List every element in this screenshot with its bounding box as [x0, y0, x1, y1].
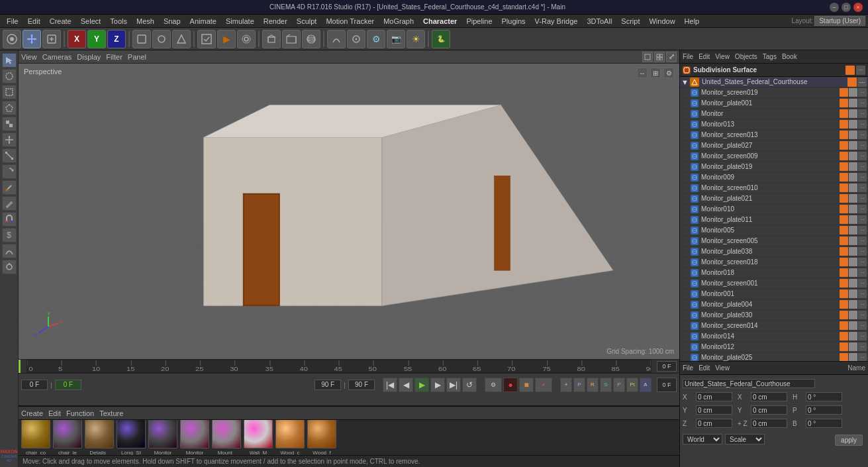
- menu-script[interactable]: Script: [617, 16, 644, 26]
- obj-vis-btn[interactable]: [840, 247, 848, 256]
- vp-layout-4[interactable]: [654, 52, 665, 62]
- mat-menu-texture[interactable]: Texture: [99, 409, 123, 417]
- tool-python[interactable]: 🐍: [432, 30, 450, 48]
- attr-tab-view[interactable]: View: [715, 364, 730, 372]
- current-frame-input[interactable]: [55, 380, 81, 390]
- obj-vis-btn[interactable]: [840, 300, 848, 309]
- object-list-item[interactable]: Monitor_plate021 ···: [680, 193, 868, 204]
- object-list-item[interactable]: Monitor ···: [680, 109, 868, 119]
- close-button[interactable]: ×: [853, 3, 863, 12]
- menu-snap[interactable]: Snap: [160, 16, 185, 26]
- object-list-item[interactable]: Monitor005 ···: [680, 225, 868, 236]
- obj-vis-btn[interactable]: [840, 342, 848, 351]
- menu-edit[interactable]: Edit: [24, 16, 44, 26]
- menu-3dtoall[interactable]: 3DToAll: [583, 16, 616, 26]
- tool-btn-scale[interactable]: [2, 148, 17, 163]
- obj-vis-btn[interactable]: [840, 268, 848, 277]
- apply-button[interactable]: apply: [835, 435, 863, 446]
- object-list-item[interactable]: Monitor_plate025 ···: [680, 352, 868, 361]
- menu-select[interactable]: Select: [77, 16, 105, 26]
- obj-dots-btn[interactable]: ···: [858, 353, 867, 361]
- obj-grey-btn[interactable]: [849, 332, 857, 340]
- obj-grey-btn[interactable]: [849, 279, 857, 287]
- material-preview-6[interactable]: [212, 420, 241, 448]
- obj-grey-btn[interactable]: [849, 226, 857, 234]
- obj-dots-btn[interactable]: ···: [858, 289, 867, 298]
- obj-vis-btn[interactable]: [840, 183, 848, 192]
- vp-menu-display[interactable]: Display: [77, 53, 101, 61]
- 3d-viewport[interactable]: Perspective ↔ ⊞ ⚙ Grid Spacing: 1000 cm …: [19, 64, 679, 359]
- obj-dots-btn[interactable]: ···: [858, 88, 867, 97]
- tool-btn-poly-selection[interactable]: [2, 101, 17, 115]
- attr-y2-input[interactable]: [751, 405, 787, 415]
- obj-vis-btn[interactable]: [840, 236, 848, 245]
- obj-dots-btn[interactable]: ···: [858, 173, 867, 182]
- tool-move-camera[interactable]: [3, 30, 21, 48]
- menu-simulate[interactable]: Simulate: [222, 16, 258, 26]
- obj-dots-btn[interactable]: ···: [858, 194, 867, 203]
- obj-grey-btn[interactable]: [849, 268, 857, 277]
- btn-auto-key[interactable]: ●: [535, 378, 552, 392]
- mat-menu-edit[interactable]: Edit: [48, 409, 61, 417]
- obj-grey-btn[interactable]: [849, 342, 857, 351]
- attr-x-input[interactable]: [696, 392, 732, 401]
- obj-dots-btn[interactable]: ···: [858, 152, 867, 160]
- tool-model-mode[interactable]: [132, 30, 151, 48]
- obj-grey-btn[interactable]: [849, 311, 857, 319]
- menu-render[interactable]: Render: [260, 16, 291, 26]
- obj-dots-btn[interactable]: ···: [858, 141, 867, 150]
- object-list-item[interactable]: Monitor_screen005 ···: [680, 236, 868, 246]
- tool-light[interactable]: ☀: [407, 30, 425, 48]
- material-item[interactable]: chair_le: [53, 420, 82, 455]
- tool-btn-bend[interactable]: [2, 244, 17, 258]
- obj-grey-btn[interactable]: [849, 289, 857, 298]
- mat-menu-create[interactable]: Create: [21, 409, 43, 417]
- btn-key-pts[interactable]: Pt: [626, 378, 638, 392]
- menu-file[interactable]: File: [3, 16, 23, 26]
- object-list-item[interactable]: Monitor018 ···: [680, 268, 868, 278]
- obj-vis-btn[interactable]: [840, 120, 848, 129]
- tool-btn-brush[interactable]: [2, 260, 17, 274]
- material-item[interactable]: Wood_f: [307, 420, 336, 455]
- obj-vis-btn[interactable]: [840, 194, 848, 203]
- attr-name-input[interactable]: [683, 379, 815, 388]
- tool-btn-checkered[interactable]: [2, 117, 17, 131]
- mat-menu-function[interactable]: Function: [66, 409, 94, 417]
- root-object-item[interactable]: ▼ United_States_Federal_Courthouse ···: [680, 77, 868, 87]
- render-region[interactable]: [197, 30, 216, 48]
- obj-vis-btn[interactable]: [840, 353, 848, 361]
- om-tab-tags[interactable]: Tags: [763, 53, 777, 60]
- root-obj-ctrl-dots[interactable]: ···: [857, 78, 867, 87]
- attr-b-input[interactable]: [806, 419, 842, 428]
- tool-new-object[interactable]: [42, 30, 61, 48]
- object-list-item[interactable]: Monitor010 ···: [680, 204, 868, 215]
- menu-pipeline[interactable]: Pipeline: [462, 16, 496, 26]
- tool-btn-paint[interactable]: [2, 180, 17, 195]
- btn-record-mode[interactable]: ⚙: [485, 378, 502, 392]
- obj-orange-btn[interactable]: [845, 66, 855, 75]
- vp-grid[interactable]: ⊞: [650, 68, 661, 78]
- material-item[interactable]: Long_St: [117, 420, 146, 455]
- obj-vis-btn[interactable]: [840, 173, 848, 182]
- obj-grey-btn[interactable]: [849, 205, 857, 213]
- object-list-item[interactable]: Monitor013 ···: [680, 119, 868, 130]
- btn-key-pos[interactable]: P: [573, 378, 585, 392]
- object-list-item[interactable]: Monitor_screen018 ···: [680, 257, 868, 268]
- object-list-item[interactable]: Monitor_screen010 ···: [680, 183, 868, 193]
- obj-dots-btn[interactable]: ···: [858, 258, 867, 266]
- btn-key-param[interactable]: P: [613, 378, 625, 392]
- object-list-item[interactable]: Monitor_screen013 ···: [680, 130, 868, 140]
- attr-tab-edit[interactable]: Edit: [699, 364, 710, 372]
- object-list-item[interactable]: Monitor_screen014 ···: [680, 321, 868, 331]
- view-cube-btn[interactable]: [262, 30, 281, 48]
- tool-btn-rect-selection[interactable]: [2, 85, 17, 99]
- tool-btn-arrow[interactable]: [2, 53, 17, 68]
- btn-motion-clip[interactable]: +: [560, 378, 572, 392]
- om-tab-edit[interactable]: Edit: [699, 53, 710, 60]
- object-list-item[interactable]: Monitor012 ···: [680, 342, 868, 352]
- obj-dots-btn[interactable]: ···: [856, 66, 865, 75]
- btn-stop[interactable]: ■: [519, 378, 534, 392]
- obj-grey-btn[interactable]: [849, 258, 857, 266]
- vp-transform[interactable]: ⤢: [666, 52, 677, 62]
- material-preview-8[interactable]: [275, 420, 305, 448]
